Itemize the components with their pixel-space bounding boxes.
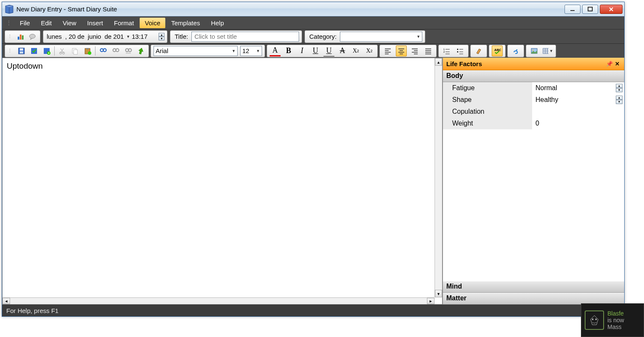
- svg-rect-3: [20, 35, 21, 40]
- svg-rect-8: [20, 51, 23, 53]
- date-month[interactable]: junio: [87, 33, 102, 40]
- close-button[interactable]: [600, 5, 623, 14]
- svg-point-31: [533, 49, 534, 51]
- toolbar-grip-icon: ⋮: [8, 34, 14, 39]
- factor-value[interactable]: Normal▲▼: [532, 84, 624, 92]
- superscript-button[interactable]: X2: [350, 45, 361, 56]
- factor-spinner[interactable]: ▲▼: [616, 96, 623, 104]
- menubar: ⋮ File Edit View Insert Format Voice Tem…: [2, 16, 624, 29]
- menu-edit[interactable]: Edit: [36, 18, 57, 28]
- numbered-list-button[interactable]: 12: [441, 45, 452, 56]
- align-right-button[interactable]: [409, 45, 420, 56]
- paste-icon[interactable]: [82, 46, 93, 56]
- title-input[interactable]: [191, 32, 299, 42]
- image-button[interactable]: [529, 45, 540, 56]
- scroll-left-icon[interactable]: ◄: [3, 298, 10, 304]
- factor-label: Copulation: [443, 106, 532, 118]
- save-add-icon[interactable]: [42, 46, 52, 56]
- factor-value[interactable]: 0: [532, 120, 624, 127]
- main-area: Uptodown ▲ ▼ ◄ ► Life Factors 📌 ✕ Body F…: [2, 58, 624, 305]
- date-weekday[interactable]: lunes: [46, 33, 63, 40]
- date-dropdown-icon[interactable]: ▼: [126, 35, 130, 39]
- svg-point-33: [592, 318, 594, 320]
- svg-point-23: [126, 48, 129, 51]
- maximize-button[interactable]: [582, 5, 598, 14]
- date-year[interactable]: de 201: [103, 33, 125, 40]
- panel-close-icon[interactable]: ✕: [613, 61, 621, 67]
- bold-button[interactable]: B: [283, 45, 294, 56]
- bubble-icon[interactable]: [27, 32, 37, 42]
- horizontal-scrollbar[interactable]: ◄ ►: [3, 297, 435, 304]
- time-input[interactable]: [132, 33, 157, 40]
- highlight-button[interactable]: [473, 45, 484, 56]
- find-next-icon[interactable]: [111, 46, 121, 56]
- align-justify-button[interactable]: [423, 45, 434, 56]
- svg-point-19: [101, 48, 103, 51]
- svg-point-27: [457, 48, 458, 50]
- category-label: Category:: [307, 33, 338, 40]
- editor-wrap: Uptodown ▲ ▼ ◄ ►: [2, 58, 443, 305]
- vertical-scrollbar[interactable]: ▲ ▼: [435, 58, 442, 297]
- svg-rect-15: [74, 50, 77, 54]
- menu-help[interactable]: Help: [206, 18, 229, 28]
- svg-text:2: 2: [443, 51, 445, 53]
- time-spinner[interactable]: ▲▼: [159, 33, 164, 40]
- toolbar-entry-meta: ⋮ lunes , 20 de junio de 201 ▼ ▲▼ Title:…: [2, 29, 624, 43]
- factor-spinner[interactable]: ▲▼: [616, 84, 623, 92]
- svg-rect-1: [588, 7, 592, 11]
- date-day[interactable]: , 20 de: [64, 33, 85, 40]
- cut-icon[interactable]: [57, 46, 67, 56]
- factor-value[interactable]: Healthy▲▼: [532, 96, 624, 104]
- link-button[interactable]: [510, 45, 521, 56]
- titlebar: New Diary Entry - Smart Diary Suite: [2, 2, 624, 16]
- scroll-right-icon[interactable]: ►: [427, 298, 435, 304]
- svg-rect-32: [543, 48, 549, 53]
- menu-view[interactable]: View: [58, 18, 81, 28]
- align-left-button[interactable]: [382, 45, 393, 56]
- section-mind[interactable]: Mind: [443, 281, 624, 293]
- save-check-icon[interactable]: [29, 46, 39, 56]
- spellcheck-button[interactable]: ABC: [492, 45, 503, 56]
- menu-voice[interactable]: Voice: [140, 18, 165, 28]
- svg-point-22: [116, 48, 119, 51]
- underline-button[interactable]: U: [310, 45, 321, 56]
- chart-icon[interactable]: [16, 32, 26, 42]
- section-body[interactable]: Body: [443, 70, 624, 82]
- notification-avatar-icon: [585, 310, 604, 330]
- save-icon[interactable]: [16, 46, 27, 56]
- category-select[interactable]: ▼: [340, 32, 422, 42]
- pin-icon[interactable]: 📌: [606, 61, 613, 67]
- font-select[interactable]: Arial▼: [154, 46, 238, 56]
- font-size-select[interactable]: 12▼: [240, 46, 262, 56]
- align-center-button[interactable]: [396, 45, 407, 56]
- factor-label: Weight: [443, 118, 532, 129]
- notification-popup[interactable]: Blasfe is now Mass: [581, 303, 644, 337]
- replace-icon[interactable]: [123, 46, 133, 56]
- svg-text:ABC: ABC: [494, 48, 501, 52]
- recycle-icon[interactable]: [136, 46, 146, 56]
- factor-row: ShapeHealthy▲▼: [443, 94, 624, 106]
- double-underline-button[interactable]: U: [323, 45, 334, 56]
- section-matter[interactable]: Matter: [443, 293, 624, 305]
- scroll-up-icon[interactable]: ▲: [435, 58, 442, 66]
- find-icon[interactable]: [98, 46, 108, 56]
- menu-file[interactable]: File: [15, 18, 35, 28]
- strikethrough-button[interactable]: A: [337, 45, 348, 56]
- editor[interactable]: Uptodown: [3, 58, 435, 297]
- subscript-button[interactable]: X2: [364, 45, 375, 56]
- bullet-list-button[interactable]: [455, 45, 466, 56]
- factor-label: Fatigue: [443, 82, 532, 94]
- italic-button[interactable]: I: [297, 45, 307, 56]
- table-button[interactable]: ▼: [542, 45, 553, 56]
- minimize-button[interactable]: [564, 5, 580, 14]
- factor-label: Shape: [443, 94, 532, 106]
- svg-rect-2: [18, 37, 19, 40]
- font-color-button[interactable]: A: [270, 45, 281, 56]
- svg-point-21: [113, 48, 116, 51]
- scroll-down-icon[interactable]: ▼: [435, 290, 442, 297]
- copy-icon[interactable]: [70, 46, 80, 56]
- menu-format[interactable]: Format: [109, 18, 139, 28]
- menu-insert[interactable]: Insert: [82, 18, 108, 28]
- factor-row: Weight0: [443, 118, 624, 129]
- menu-templates[interactable]: Templates: [166, 18, 205, 28]
